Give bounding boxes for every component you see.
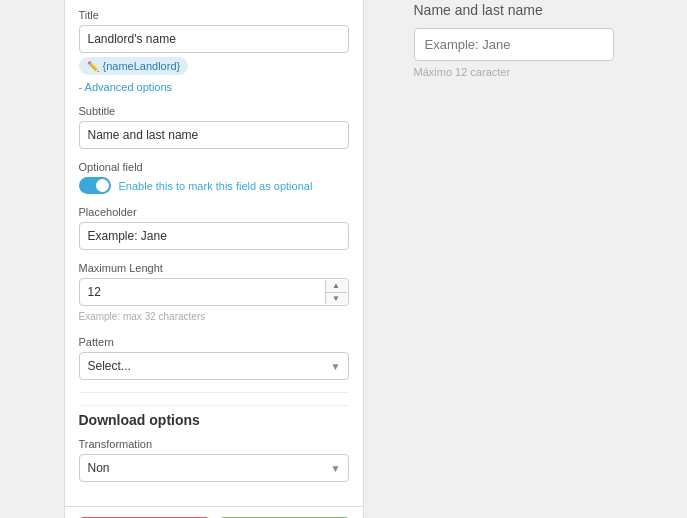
- spinner-arrows: ▲ ▼: [325, 280, 347, 304]
- max-length-field-group: Maximum Lenght ▲ ▼ Example: max 32 chara…: [79, 262, 349, 324]
- title-input[interactable]: [79, 25, 349, 53]
- optional-toggle[interactable]: [79, 177, 111, 194]
- max-length-spinner: ▲ ▼: [79, 278, 349, 306]
- toggle-label-text: Enable this to mark this field as option…: [119, 180, 313, 192]
- pattern-select-wrap: Select... Numeric Alphabetic Alphanumeri…: [79, 352, 349, 380]
- preview-subtitle: Name and last name: [414, 2, 614, 18]
- preview-input[interactable]: [414, 28, 614, 61]
- tag-text: {nameLandlord}: [103, 60, 181, 72]
- subtitle-input[interactable]: [79, 121, 349, 149]
- pattern-field-group: Pattern Select... Numeric Alphabetic Alp…: [79, 336, 349, 380]
- title-label: Title: [79, 9, 349, 21]
- transformation-select[interactable]: Non Uppercase Lowercase Capitalize: [79, 454, 349, 482]
- optional-field-group: Optional field Enable this to mark this …: [79, 161, 349, 194]
- optional-field-row: Enable this to mark this field as option…: [79, 177, 349, 194]
- preview-hint: Máximo 12 caracter: [414, 66, 614, 78]
- max-length-input[interactable]: [79, 278, 349, 306]
- panel-body: Title ✏️ {nameLandlord} - Advanced optio…: [65, 0, 363, 506]
- download-options-title: Download options: [79, 405, 349, 428]
- placeholder-field-group: Placeholder: [79, 206, 349, 250]
- page-container: Short text ? Title ✏️ {nameLandlord} - A…: [44, 0, 644, 518]
- max-length-label: Maximum Lenght: [79, 262, 349, 274]
- subtitle-field-group: Subtitle: [79, 105, 349, 149]
- pencil-icon: ✏️: [87, 61, 99, 72]
- subtitle-label: Subtitle: [79, 105, 349, 117]
- title-field-group: Title ✏️ {nameLandlord} - Advanced optio…: [79, 9, 349, 93]
- placeholder-label: Placeholder: [79, 206, 349, 218]
- optional-label: Optional field: [79, 161, 349, 173]
- spinner-up[interactable]: ▲: [326, 280, 347, 293]
- max-length-hint: Example: max 32 characters: [79, 311, 206, 322]
- transformation-select-wrap: Non Uppercase Lowercase Capitalize ▼: [79, 454, 349, 482]
- advanced-options-link[interactable]: - Advanced options: [79, 81, 349, 93]
- left-panel: Short text ? Title ✏️ {nameLandlord} - A…: [64, 0, 364, 518]
- pattern-select[interactable]: Select... Numeric Alphabetic Alphanumeri…: [79, 352, 349, 380]
- placeholder-input[interactable]: [79, 222, 349, 250]
- tag-chip: ✏️ {nameLandlord}: [79, 57, 189, 75]
- divider: [79, 392, 349, 393]
- pattern-label: Pattern: [79, 336, 349, 348]
- spinner-down[interactable]: ▼: [326, 293, 347, 305]
- right-preview: Landlord's name Name and last name Máxim…: [404, 0, 624, 98]
- panel-footer: Cancel Save: [65, 506, 363, 518]
- download-options-section: Download options Transformation Non Uppe…: [79, 405, 349, 482]
- transformation-label: Transformation: [79, 438, 349, 450]
